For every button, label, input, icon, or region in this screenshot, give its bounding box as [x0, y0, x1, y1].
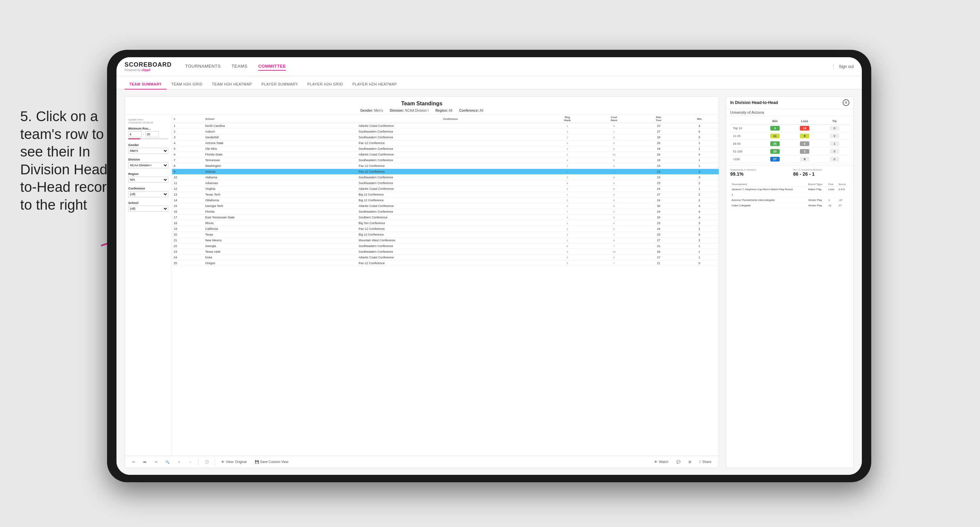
logo-subtitle: Powered by clippd — [124, 68, 172, 72]
view-original-button[interactable]: 👁 View: Original — [219, 459, 249, 465]
tournament-name: 1 — [730, 192, 807, 198]
minus-button[interactable]: － — [187, 459, 194, 465]
table-row[interactable]: 23 Texas A&M Southeastern Conference 9 1… — [172, 249, 719, 255]
h2h-col-range — [730, 118, 760, 124]
table-row[interactable]: 10 Alabama Southeastern Conference 5 8 2… — [172, 175, 719, 180]
sub-nav-team-h2h-grid[interactable]: TEAM H2H GRID — [167, 79, 207, 89]
watch-button[interactable]: 👁 Watch — [652, 459, 670, 465]
nav-committee[interactable]: COMMITTEE — [258, 62, 286, 71]
cell-reg-rank: 1 — [544, 123, 590, 129]
cell-rds: 26 — [637, 152, 680, 157]
clock-button[interactable]: 🕐 — [203, 459, 211, 465]
h2h-title: In Division Head-to-Head — [730, 100, 778, 105]
table-row[interactable]: 20 Texas Big 12 Conference 3 7 20 0 — [172, 232, 719, 238]
cell-conference: Southeastern Conference — [357, 209, 544, 215]
sub-nav-team-summary[interactable]: TEAM SUMMARY — [124, 79, 167, 89]
h2h-close-button[interactable]: ✕ — [843, 99, 850, 106]
cell-rank: 9 — [172, 169, 204, 175]
h2h-table-header: Win Loss Tie — [730, 118, 850, 124]
max-rounds-input[interactable] — [145, 131, 159, 137]
cell-conference: Southern Conference — [357, 215, 544, 221]
table-row[interactable]: 17 East Tennessee State Southern Confere… — [172, 215, 719, 221]
min-rounds-input[interactable] — [128, 131, 142, 137]
cell-school: Florida — [204, 209, 357, 215]
table-row[interactable]: 11 Arkansas Southeastern Conference 6 8 … — [172, 180, 719, 186]
cell-rank: 17 — [172, 215, 204, 221]
tournament-row: Cabo Collegiate Stroke Play 11 17 — [730, 203, 850, 208]
cell-reg-rank: 4 — [544, 140, 590, 146]
cell-school: East Tennessee State — [204, 215, 357, 221]
add-button[interactable]: ＋ — [175, 459, 183, 465]
division-select[interactable]: NCAA Division I NCAA Division II NCAA Di… — [128, 162, 168, 168]
h2h-win-cell: 11 — [760, 132, 790, 140]
sub-nav-player-h2h-grid[interactable]: PLAYER H2H GRID — [303, 79, 348, 89]
table-row[interactable]: 4 Arizona State Pac-12 Conference 4 6 26… — [172, 140, 719, 146]
table-row[interactable]: 15 Georgia Tech Atlantic Coast Conferenc… — [172, 203, 719, 209]
cell-win: 1 — [680, 146, 719, 152]
table-row[interactable]: 9 Arizona Pac-12 Conference 5 8 23 2 — [172, 169, 719, 175]
cell-reg-rank: 4 — [544, 157, 590, 163]
sub-nav: TEAM SUMMARY TEAM H2H GRID TEAM H2H HEAT… — [116, 76, 862, 89]
table-row[interactable]: 24 Duke Atlantic Coast Conference 5 9 27… — [172, 255, 719, 260]
cell-rank: 8 — [172, 163, 204, 169]
cell-reg-rank: 6 — [544, 180, 590, 186]
table-row[interactable]: 22 Georgia Southeastern Conference 8 7 2… — [172, 243, 719, 249]
chat-button[interactable]: 💬 — [674, 459, 682, 465]
sign-out-button[interactable]: Sign out — [833, 64, 854, 69]
tournament-score: -17 — [837, 198, 850, 203]
sub-nav-player-h2h-heatmap[interactable]: PLAYER H2H HEATMAP — [348, 79, 402, 89]
gender-select[interactable]: Men's Women's — [128, 148, 168, 154]
zoom-out-button[interactable]: 🔍 — [163, 459, 171, 465]
table-row[interactable]: 21 New Mexico Mountain West Conference 1… — [172, 238, 719, 243]
cell-reg-rank: 7 — [544, 209, 590, 215]
sub-nav-team-h2h-heatmap[interactable]: TEAM H2H HEATMAP — [207, 79, 256, 89]
cell-school: Arizona — [204, 169, 357, 175]
cell-rds: 23 — [637, 175, 680, 180]
cell-rds: 18 — [637, 157, 680, 163]
nav-tournaments[interactable]: TOURNAMENTS — [185, 62, 221, 71]
panel-body: Update time: 27/03/2024 16:56:26 Minimum… — [125, 115, 719, 456]
table-row[interactable]: 1 North Carolina Atlantic Coast Conferen… — [172, 123, 719, 129]
school-select[interactable]: (All) — [128, 206, 168, 212]
h2h-table-row: 11-25 11 8 0 — [730, 132, 850, 140]
cell-win: 6 — [680, 129, 719, 135]
table-row[interactable]: 19 California Pac-12 Conference 4 8 24 2 — [172, 226, 719, 232]
cell-conf-rank: 9 — [591, 221, 637, 226]
table-row[interactable]: 3 Vanderbilt Southeastern Conference 2 8… — [172, 135, 719, 140]
table-row[interactable]: 18 Illinois Big Ten Conference 1 9 23 3 — [172, 221, 719, 226]
share-button[interactable]: ⤴ Share — [697, 459, 713, 465]
min-rounds-row: - — [128, 131, 168, 137]
table-row[interactable]: 25 Oregon Pac-12 Conference 5 7 21 0 — [172, 260, 719, 266]
table-row[interactable]: 8 Washington Pac-12 Conference 2 8 23 1 — [172, 163, 719, 169]
cell-conference: Pac-12 Conference — [357, 260, 544, 266]
cell-conf-rank: 8 — [591, 163, 637, 169]
h2h-win-cell: 20 — [760, 148, 790, 156]
conference-select[interactable]: (All) — [128, 191, 168, 197]
cell-rds: 24 — [637, 198, 680, 203]
step-back-button[interactable]: ⏮ — [141, 459, 148, 465]
table-row[interactable]: 7 Tennessee Southeastern Conference 4 6 … — [172, 157, 719, 163]
redo-button[interactable]: ↪ — [153, 459, 159, 465]
sub-nav-player-summary[interactable]: PLAYER SUMMARY — [256, 79, 303, 89]
region-select[interactable]: N/A All — [128, 177, 168, 183]
h2h-range-label: Top 10 — [730, 124, 760, 132]
cell-reg-rank: 3 — [544, 198, 590, 203]
table-row[interactable]: 6 Florida State Atlantic Coast Conferenc… — [172, 152, 719, 157]
cell-win: 3 — [680, 175, 719, 180]
table-row[interactable]: 12 Virginia Atlantic Coast Conference 3 … — [172, 186, 719, 192]
cell-school: Arkansas — [204, 180, 357, 186]
cell-win: 5 — [680, 135, 719, 140]
grid-button[interactable]: ⊞ — [686, 459, 693, 465]
table-row[interactable]: 14 Oklahoma Big 12 Conference 3 9 24 2 — [172, 198, 719, 203]
nav-teams[interactable]: TEAMS — [232, 62, 247, 71]
cell-rds: 26 — [637, 140, 680, 146]
rounds-slider[interactable] — [128, 138, 168, 139]
bottom-toolbar: ↩ ⏮ ↪ 🔍 ＋ － 🕐 👁 View: Original 💾 — [125, 456, 719, 468]
cell-reg-rank: 5 — [544, 260, 590, 266]
table-row[interactable]: 5 Ole Miss Southeastern Conference 3 6 1… — [172, 146, 719, 152]
table-row[interactable]: 16 Florida Southeastern Conference 7 9 2… — [172, 209, 719, 215]
table-row[interactable]: 2 Auburn Southeastern Conference 2 1 27 … — [172, 129, 719, 135]
undo-button[interactable]: ↩ — [130, 459, 137, 465]
table-row[interactable]: 13 Texas Tech Big 12 Conference 1 9 27 2 — [172, 192, 719, 198]
save-custom-button[interactable]: 💾 Save Custom View — [253, 459, 291, 465]
